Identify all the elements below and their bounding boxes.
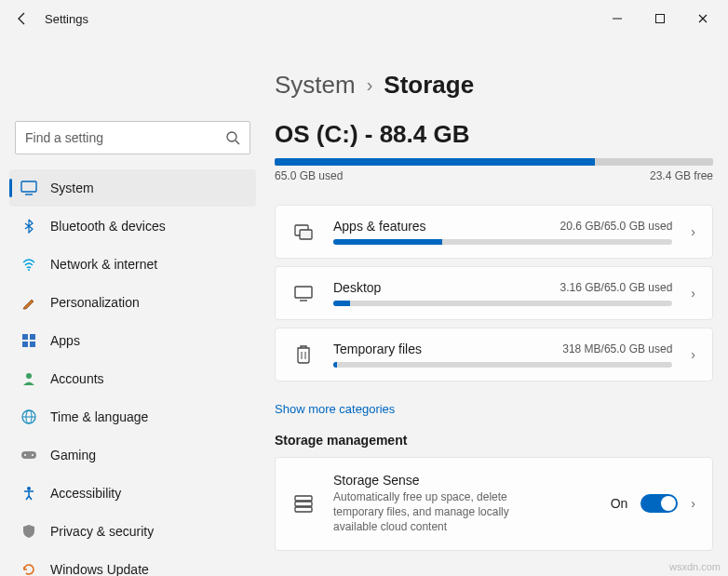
back-button[interactable]: [4, 0, 41, 37]
accounts-icon: [20, 371, 37, 386]
sidebar-item-bluetooth[interactable]: Bluetooth & devices: [9, 208, 256, 245]
sidebar-item-gaming[interactable]: Gaming: [9, 436, 256, 474]
category-bar: [333, 239, 672, 245]
sidebar-item-apps[interactable]: Apps: [9, 322, 256, 359]
svg-point-6: [28, 269, 30, 271]
svg-rect-21: [295, 287, 312, 298]
sidebar-item-privacy[interactable]: Privacy & security: [9, 513, 256, 550]
chevron-right-icon: ›: [367, 74, 373, 96]
category-icon: [292, 344, 315, 365]
sidebar-item-label: Personalization: [50, 295, 140, 310]
category-usage: 318 MB/65.0 GB used: [562, 342, 672, 355]
bluetooth-icon: [20, 219, 37, 234]
svg-rect-7: [22, 334, 28, 340]
sidebar-item-accessibility[interactable]: Accessibility: [9, 475, 256, 512]
drive-free-label: 23.4 GB free: [650, 169, 713, 182]
storage-sense-desc: Automatically free up space, delete temp…: [333, 489, 538, 535]
maximize-button[interactable]: [639, 4, 681, 33]
time-language-icon: [20, 409, 37, 424]
storage-sense-card[interactable]: Storage Sense Automatically free up spac…: [275, 457, 713, 551]
minimize-button[interactable]: [596, 4, 639, 33]
svg-point-16: [24, 454, 26, 456]
category-usage: 20.6 GB/65.0 GB used: [560, 220, 673, 233]
system-icon: [20, 180, 37, 196]
drive-title: OS (C:) - 88.4 GB: [275, 120, 713, 149]
category-icon: [292, 283, 315, 303]
watermark: wsxdn.com: [669, 561, 721, 572]
search-input[interactable]: Find a setting: [15, 121, 250, 154]
svg-rect-25: [295, 496, 312, 501]
svg-rect-10: [30, 342, 35, 347]
show-more-categories-link[interactable]: Show more categories: [275, 402, 395, 416]
sidebar-item-label: Windows Update: [50, 562, 149, 576]
chevron-right-icon: ›: [691, 496, 695, 511]
drive-used-label: 65.0 GB used: [275, 169, 343, 182]
network-icon: [20, 257, 37, 272]
window-title: Settings: [41, 12, 88, 26]
sidebar-item-label: Accounts: [50, 371, 104, 386]
sidebar-item-label: Accessibility: [50, 486, 121, 501]
search-icon: [225, 130, 240, 145]
svg-rect-8: [30, 334, 35, 340]
svg-point-2: [227, 132, 236, 141]
chevron-right-icon: ›: [691, 286, 695, 301]
storage-sense-icon: [292, 493, 315, 514]
svg-point-17: [32, 454, 34, 456]
sidebar-item-network[interactable]: Network & internet: [9, 246, 256, 283]
breadcrumb-current: Storage: [384, 71, 474, 100]
sidebar-item-personalization[interactable]: Personalization: [9, 284, 256, 321]
category-name: Apps & features: [333, 219, 426, 234]
sidebar-item-label: Privacy & security: [50, 524, 154, 539]
category-name: Temporary files: [333, 342, 422, 356]
close-button[interactable]: [681, 4, 724, 33]
sidebar-item-label: Bluetooth & devices: [50, 219, 166, 234]
accessibility-icon: [20, 486, 37, 501]
breadcrumb: System › Storage: [275, 71, 713, 100]
category-name: Desktop: [333, 280, 381, 295]
storage-management-header: Storage management: [275, 433, 713, 448]
storage-sense-title: Storage Sense: [333, 473, 592, 488]
sidebar-item-time-language[interactable]: Time & language: [9, 398, 256, 435]
drive-usage-bar: [275, 158, 713, 166]
sidebar-item-label: Time & language: [50, 409, 148, 424]
storage-sense-toggle[interactable]: [640, 494, 678, 513]
sidebar-item-label: Gaming: [50, 448, 96, 462]
apps-icon: [20, 333, 37, 348]
breadcrumb-parent[interactable]: System: [275, 71, 356, 100]
privacy-icon: [20, 524, 37, 539]
chevron-right-icon: ›: [691, 224, 695, 239]
category-bar: [333, 301, 672, 306]
svg-rect-26: [295, 502, 312, 506]
personalization-icon: [20, 295, 37, 310]
svg-rect-15: [21, 451, 36, 459]
storage-category-card[interactable]: Apps & features20.6 GB/65.0 GB used›: [275, 205, 713, 259]
sidebar-item-label: Apps: [50, 333, 80, 348]
sidebar-item-system[interactable]: System: [9, 169, 256, 207]
svg-rect-27: [295, 507, 312, 512]
svg-point-11: [26, 373, 32, 379]
svg-rect-1: [656, 15, 665, 23]
svg-line-3: [236, 141, 239, 144]
gaming-icon: [20, 449, 37, 462]
category-bar: [333, 362, 672, 368]
sidebar-nav: System Bluetooth & devices Network & int…: [9, 169, 256, 576]
storage-category-card[interactable]: Desktop3.16 GB/65.0 GB used›: [275, 266, 713, 320]
svg-rect-9: [22, 342, 28, 347]
storage-category-card[interactable]: Temporary files318 MB/65.0 GB used›: [275, 328, 713, 382]
storage-sense-state-label: On: [611, 496, 628, 511]
svg-rect-4: [21, 181, 36, 192]
sidebar-item-accounts[interactable]: Accounts: [9, 360, 256, 397]
sidebar-item-label: Network & internet: [50, 257, 157, 272]
search-placeholder: Find a setting: [25, 130, 225, 145]
sidebar-item-windows-update[interactable]: Windows Update: [9, 551, 256, 576]
svg-rect-20: [300, 230, 312, 239]
sidebar-item-label: System: [50, 181, 94, 195]
chevron-right-icon: ›: [691, 347, 695, 362]
category-icon: [292, 221, 315, 242]
category-usage: 3.16 GB/65.0 GB used: [560, 281, 673, 294]
svg-point-18: [27, 487, 31, 490]
windows-update-icon: [20, 562, 37, 576]
